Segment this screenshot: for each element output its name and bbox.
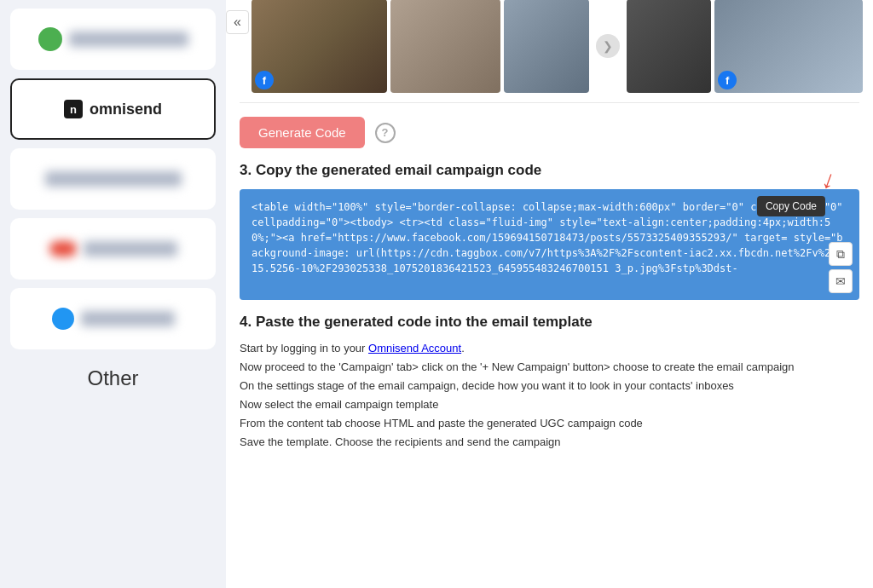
sidebar-item-omnisend[interactable]: omnisend (10, 78, 216, 140)
omnisend-account-link[interactable]: Omnisend Account (368, 342, 461, 355)
main-content: « f ❯ f Generate Code ? 3. Copy the gene… (226, 0, 873, 588)
green-dot-icon (38, 27, 62, 51)
sidebar-item-5[interactable] (10, 288, 216, 349)
gallery-image-3[interactable] (504, 0, 588, 93)
red-oval-icon (49, 241, 77, 257)
sidebar-item-5-label (81, 311, 175, 326)
step4-area: 4. Paste the generated code into the ema… (226, 314, 873, 453)
step4-list-item-5: Save the template. Choose the recipients… (240, 433, 859, 452)
step4-list: Start by logging in to your Omnisend Acc… (240, 339, 859, 453)
omnisend-label: omnisend (90, 101, 162, 118)
step4-list-item-2: On the settings stage of the email campa… (240, 377, 859, 395)
sidebar-item-1-label (69, 32, 188, 47)
omnisend-icon (64, 100, 83, 118)
help-circle-icon[interactable]: ? (375, 123, 396, 143)
sidebar-item-other[interactable]: Other (10, 358, 216, 390)
step4-intro-text: Start by logging in to your (240, 342, 368, 355)
email-icon-button[interactable]: ✉ (829, 269, 853, 293)
sidebar-item-4[interactable] (10, 218, 216, 280)
step4-intro: Start by logging in to your Omnisend Acc… (240, 339, 859, 358)
gallery-nav-arrow[interactable]: ❯ (596, 34, 620, 58)
sidebar-item-4-label (84, 241, 177, 257)
generate-code-button[interactable]: Generate Code (240, 117, 365, 148)
copy-icons-group: ⧉ ✉ (829, 242, 853, 293)
sidebar: omnisend Other (0, 0, 226, 588)
step4-list-item-1: Now proceed to the 'Campaign' tab> click… (240, 358, 859, 377)
gallery-image-1[interactable]: f (251, 0, 387, 93)
collapse-button[interactable]: « (226, 10, 249, 34)
step4-heading: 4. Paste the generated code into the ema… (240, 314, 859, 331)
red-bar-group (49, 241, 177, 257)
other-label: Other (10, 358, 216, 390)
image-gallery: f ❯ f (226, 0, 873, 102)
gallery-image-2[interactable] (390, 0, 500, 93)
sidebar-item-3-label (45, 171, 182, 187)
code-block-wrapper: ↓ <table width="100%" style="border-coll… (240, 189, 859, 300)
step4-list-item-4: From the content tab choose HTML and pas… (240, 414, 859, 433)
gallery-image-5[interactable]: f (714, 0, 863, 93)
step3-heading: 3. Copy the generated email campaign cod… (226, 162, 873, 189)
blue-dot-icon (52, 308, 74, 330)
copy-code-tooltip: Copy Code (757, 196, 825, 216)
facebook-badge-5: f (718, 71, 737, 89)
step4-intro-end: . (461, 342, 465, 355)
generate-code-area: Generate Code ? (226, 117, 873, 162)
gallery-image-4[interactable] (627, 0, 711, 93)
step4-list-item-3: Now select the email campaign template (240, 395, 859, 414)
copy-icon-button[interactable]: ⧉ (829, 242, 853, 266)
sidebar-item-3[interactable] (10, 148, 216, 210)
facebook-badge-1: f (255, 71, 274, 89)
sidebar-item-1[interactable] (10, 9, 216, 70)
divider-1 (240, 102, 859, 103)
